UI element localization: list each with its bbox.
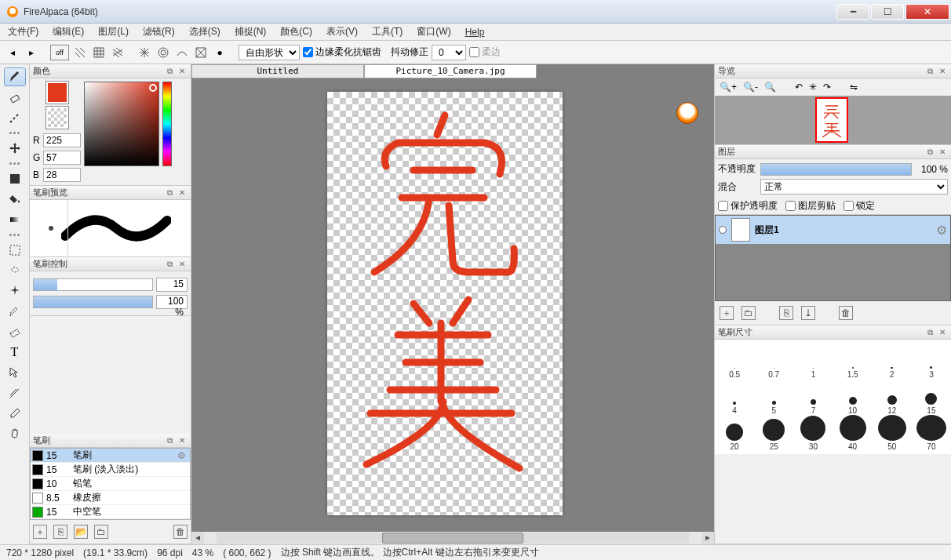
brush-size-value[interactable]: 15 (156, 278, 188, 292)
menu-help[interactable]: Help (465, 27, 485, 38)
h-scrollbar[interactable]: ◂▸ (191, 532, 714, 544)
rotate-right-icon[interactable]: ↷ (823, 82, 831, 93)
close-icon[interactable]: ✕ (937, 66, 948, 77)
divide-tool[interactable] (4, 384, 26, 402)
brush-size-cell[interactable]: 20 (715, 415, 754, 451)
visibility-icon[interactable] (719, 226, 727, 234)
brush-size-cell[interactable]: 12 (873, 379, 912, 415)
close-button[interactable]: ✕ (905, 4, 949, 20)
menu-filter[interactable]: 滤镜(R) (143, 25, 175, 38)
foreground-color[interactable] (46, 82, 68, 104)
snap-radial-icon[interactable] (137, 45, 152, 60)
jitter-select[interactable]: 0 (432, 45, 466, 60)
navigator-view[interactable] (715, 96, 951, 144)
brush-opacity-value[interactable]: 100 % (156, 295, 188, 309)
brush-size-cell[interactable]: 1.5 (833, 343, 873, 379)
snap-parallel-icon[interactable] (72, 45, 88, 60)
selectpen-tool[interactable] (4, 302, 26, 321)
layer-item[interactable]: 图层1 ⚙ (716, 216, 950, 244)
brush-size-cell[interactable]: 15 (912, 379, 951, 415)
float-icon[interactable]: ⧉ (164, 259, 175, 270)
brush-size-cell[interactable]: 30 (793, 415, 833, 451)
zoom-in-icon[interactable]: 🔍+ (720, 82, 737, 93)
fill-tool[interactable] (4, 169, 26, 188)
move-tool[interactable] (4, 139, 26, 158)
arrow-left-icon[interactable]: ◂ (5, 45, 20, 60)
new-folder-icon[interactable]: 🗀 (741, 306, 756, 320)
brush-size-cell[interactable]: 0.5 (715, 343, 754, 379)
menu-window[interactable]: 窗口(W) (417, 25, 450, 38)
float-icon[interactable]: ⧉ (164, 66, 175, 77)
protect-alpha-checkbox[interactable] (718, 201, 728, 211)
softedge-checkbox[interactable] (469, 47, 479, 57)
close-icon[interactable]: ✕ (937, 147, 948, 158)
zoom-fit-icon[interactable]: 🔍 (764, 82, 776, 93)
float-icon[interactable]: ⧉ (164, 187, 175, 198)
arrow-right-icon[interactable]: ▸ (24, 45, 39, 60)
close-icon[interactable]: ✕ (177, 187, 188, 198)
eyedropper-tool[interactable] (4, 404, 26, 423)
menu-file[interactable]: 文件(F) (8, 25, 38, 38)
new-layer-icon[interactable]: ＋ (720, 306, 734, 320)
float-icon[interactable]: ⧉ (924, 327, 935, 338)
brush-size-cell[interactable]: 0.7 (754, 343, 793, 379)
close-icon[interactable]: ✕ (937, 327, 948, 338)
color-picker[interactable] (84, 82, 159, 166)
brush-size-cell[interactable]: 2 (873, 343, 912, 379)
menu-edit[interactable]: 编辑(E) (53, 25, 84, 38)
document-tab[interactable]: Untitled (191, 64, 364, 78)
brush-size-cell[interactable]: 5 (754, 379, 793, 415)
close-icon[interactable]: ✕ (177, 435, 188, 446)
add-brush-icon[interactable]: ＋ (33, 525, 47, 539)
operation-tool[interactable] (4, 363, 26, 382)
snap-vanish-icon[interactable] (193, 45, 209, 60)
lock-checkbox[interactable] (844, 201, 854, 211)
menu-select[interactable]: 选择(S) (189, 25, 220, 38)
brush-opacity-slider[interactable] (33, 296, 153, 308)
dotpen-tool[interactable] (4, 108, 26, 127)
rotate-left-icon[interactable]: ↶ (795, 82, 803, 93)
maximize-button[interactable]: ☐ (871, 4, 904, 20)
brush-size-cell[interactable]: 3 (912, 343, 951, 379)
folder-brush-icon[interactable]: 🗀 (94, 525, 108, 539)
background-color[interactable] (46, 107, 68, 129)
snap-circle-icon[interactable] (155, 45, 171, 60)
blend-select[interactable]: 正常 (760, 179, 948, 195)
gradient-tool[interactable] (4, 210, 26, 229)
brush-size-cell[interactable]: 4 (715, 379, 754, 415)
hand-tool[interactable] (4, 424, 26, 443)
antialias-checkbox[interactable] (303, 47, 313, 57)
brush-size-cell[interactable]: 25 (754, 415, 793, 451)
wand-tool[interactable] (4, 282, 26, 300)
snap-off-button[interactable]: off (50, 45, 69, 60)
shape-select[interactable]: 自由形状 (239, 45, 300, 60)
brush-size-cell[interactable]: 7 (793, 379, 833, 415)
brush-size-cell[interactable]: 40 (833, 415, 873, 451)
brush-size-cell[interactable]: 50 (873, 415, 912, 451)
delete-brush-icon[interactable]: 🗑 (173, 525, 188, 539)
brush-item[interactable]: 15笔刷⚙ (31, 449, 190, 463)
menu-view[interactable]: 表示(V) (326, 25, 358, 38)
menu-layer[interactable]: 图层(L) (98, 25, 129, 38)
brush-tool[interactable] (4, 67, 26, 86)
menu-color[interactable]: 颜色(C) (280, 25, 312, 38)
dup-layer-icon[interactable]: ⎘ (779, 306, 793, 320)
brush-size-cell[interactable]: 10 (833, 379, 873, 415)
brush-size-cell[interactable]: 1 (793, 343, 833, 379)
delete-layer-icon[interactable]: 🗑 (839, 306, 853, 320)
canvas[interactable] (327, 92, 563, 515)
menu-tools[interactable]: 工具(T) (372, 25, 403, 38)
brush-size-slider[interactable] (33, 278, 153, 291)
rotate-reset-icon[interactable]: ✳ (809, 82, 817, 93)
close-icon[interactable]: ✕ (177, 66, 188, 77)
hue-slider[interactable] (162, 82, 172, 166)
flip-icon[interactable]: ⇋ (850, 82, 858, 93)
float-icon[interactable]: ⧉ (924, 66, 935, 77)
select-rect-tool[interactable] (4, 241, 26, 260)
r-input[interactable] (43, 133, 81, 147)
mascot-icon[interactable] (676, 102, 698, 124)
brush-item[interactable]: 8.5橡皮擦 (31, 491, 190, 505)
menu-snap[interactable]: 捕捉(N) (235, 25, 267, 38)
eraser-tool[interactable] (4, 88, 26, 107)
clipping-checkbox[interactable] (785, 201, 796, 211)
